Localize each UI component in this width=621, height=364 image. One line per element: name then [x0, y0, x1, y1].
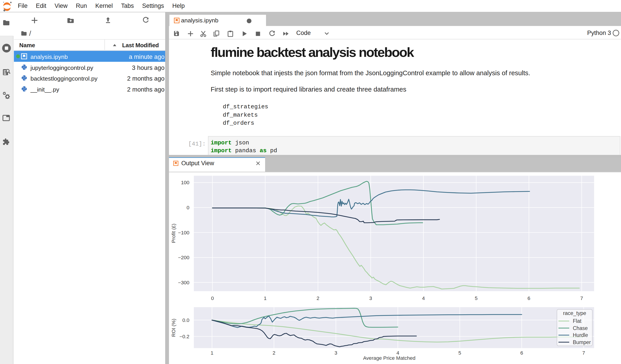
svg-text:Chase: Chase — [573, 325, 587, 331]
svg-text:5: 5 — [475, 296, 478, 301]
svg-text:7: 7 — [582, 350, 585, 356]
svg-text:1: 1 — [264, 296, 267, 301]
svg-text:6: 6 — [520, 350, 523, 356]
svg-text:−300: −300 — [178, 280, 189, 285]
svg-text:1: 1 — [211, 350, 214, 356]
svg-text:Profit (£): Profit (£) — [171, 224, 176, 243]
svg-text:3: 3 — [335, 350, 338, 356]
svg-text:4: 4 — [422, 296, 425, 301]
svg-text:7: 7 — [580, 296, 583, 301]
svg-text:0.0: 0.0 — [182, 317, 189, 323]
svg-text:Average Price Matched: Average Price Matched — [363, 355, 415, 361]
svg-text:Flat: Flat — [573, 318, 582, 324]
svg-text:race_type: race_type — [563, 310, 586, 316]
svg-text:3: 3 — [369, 296, 372, 301]
svg-text:−100: −100 — [178, 230, 189, 236]
svg-text:0: 0 — [211, 296, 214, 301]
svg-text:2: 2 — [316, 296, 319, 301]
svg-text:100: 100 — [181, 180, 189, 185]
svg-text:Bumper: Bumper — [573, 339, 591, 345]
svg-text:6: 6 — [528, 296, 531, 301]
svg-text:4: 4 — [397, 350, 399, 356]
svg-text:−200: −200 — [178, 255, 189, 260]
svg-text:ROI (%): ROI (%) — [171, 318, 176, 337]
svg-text:−0.2: −0.2 — [179, 334, 189, 339]
svg-text:Hurdle: Hurdle — [573, 332, 588, 338]
svg-text:2: 2 — [273, 350, 276, 356]
svg-text:5: 5 — [458, 350, 461, 356]
svg-text:0: 0 — [187, 205, 189, 210]
